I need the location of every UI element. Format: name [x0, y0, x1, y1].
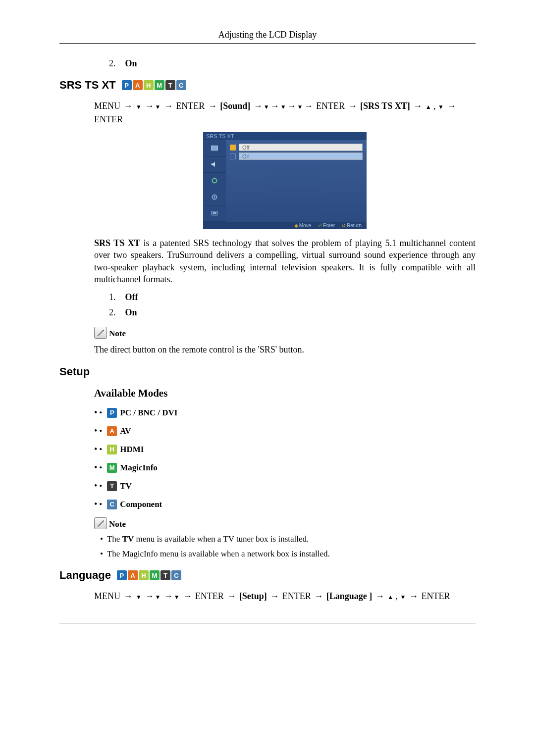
mode-item: •A AV	[94, 426, 476, 436]
down-icon	[280, 101, 286, 111]
mode-item: •P PC / BNC / DVI	[94, 407, 476, 418]
bullet-icon: •	[94, 407, 102, 418]
list-label: On	[125, 307, 137, 317]
note-text: The MagicInfo menu is available when a n…	[107, 549, 330, 559]
badge-strip-srs: PAHMTC	[122, 80, 186, 90]
down-icon	[136, 591, 142, 601]
path-language: [Language ]	[326, 591, 373, 601]
mode-item: •C Component	[94, 499, 476, 509]
badge-strip-lang: PAHMTC	[117, 570, 181, 580]
path-enter: ENTER	[421, 591, 450, 601]
down-icon	[174, 591, 180, 601]
mode-badge-a: A	[133, 80, 143, 90]
svg-point-2	[213, 179, 217, 183]
down-icon	[155, 591, 160, 601]
path-enter: ENTER	[176, 101, 205, 111]
path-sound: [Sound]	[220, 101, 250, 111]
note-bullets: • The TV menu is available when a TV tun…	[100, 534, 476, 559]
list-item-off: 1. Off	[109, 292, 476, 302]
list-item-on: 2. On	[109, 58, 476, 69]
section-title: SRS TS XT	[59, 79, 116, 92]
check-icon	[230, 153, 236, 159]
list-num: 2.	[109, 58, 118, 69]
osd-option-label: On	[239, 152, 363, 160]
osd-side-icon-picture	[203, 140, 226, 156]
mode-label: PC / BNC / DVI	[120, 408, 177, 418]
osd-side-icon-gear	[203, 189, 226, 205]
mode-badge-t: T	[107, 481, 117, 491]
osd-title: SRS TS XT	[203, 132, 367, 140]
section-heading-srs: SRS TS XT PAHMTC	[59, 79, 476, 92]
bullet-icon: •	[94, 481, 102, 491]
path-enter: ENTER	[94, 114, 123, 124]
osd-option-label: Off	[239, 144, 363, 151]
note-icon	[94, 327, 107, 339]
bullet-icon: •	[94, 426, 102, 436]
list-label: Off	[125, 292, 138, 302]
mode-badge-h: H	[139, 570, 149, 580]
down-icon	[400, 591, 406, 601]
path-menu: MENU	[94, 591, 120, 601]
bullet-icon: •	[94, 444, 102, 454]
path-srs: [SRS TS XT]	[360, 101, 410, 111]
note-bullet: • The TV menu is available when a TV tun…	[100, 534, 476, 544]
osd-footer: ◆Move ⏎Enter ↺Return	[203, 222, 367, 229]
path-setup: [Setup]	[239, 591, 267, 601]
menu-path-language: MENU → → → → ENTER → [Setup] → ENTER → […	[94, 590, 476, 603]
mode-label: HDMI	[120, 445, 144, 454]
osd-screenshot: SRS TS XT Off On ◆M	[203, 132, 367, 229]
osd-foot-enter: Enter	[323, 223, 335, 228]
note-heading: Note	[94, 327, 476, 339]
up-icon	[426, 101, 431, 111]
osd-foot-move: Move	[299, 223, 311, 228]
section-heading-language: Language PAHMTC	[59, 569, 476, 582]
mode-badge-m: M	[150, 570, 160, 580]
down-icon	[155, 101, 160, 111]
osd-option-off: Off	[230, 144, 363, 151]
bullet-icon: •	[94, 462, 102, 473]
svg-point-4	[214, 196, 215, 198]
modes-list: •P PC / BNC / DVI•A AV•H HDMI•M MagicInf…	[94, 407, 476, 509]
osd-foot-return: Return	[347, 223, 362, 228]
note-part: menu is available when a TV tuner box is…	[134, 534, 309, 544]
mode-item: •H HDMI	[94, 444, 476, 454]
mode-badge-c: C	[171, 570, 181, 580]
mode-badge-m: M	[155, 80, 164, 90]
note-label: Note	[109, 519, 126, 529]
path-enter: ENTER	[316, 101, 345, 111]
path-enter: ENTER	[195, 591, 224, 601]
mode-badge-h: H	[144, 80, 154, 90]
list-label: On	[125, 58, 137, 68]
available-modes-heading: Available Modes	[94, 387, 476, 400]
mode-badge-p: P	[117, 570, 127, 580]
list-num: 2.	[109, 307, 118, 318]
svg-rect-6	[213, 212, 216, 214]
osd-option-on: On	[230, 152, 363, 160]
page-header: Adjusting the LCD Display	[59, 30, 476, 40]
note-heading: Note	[94, 517, 476, 529]
down-icon	[438, 101, 444, 111]
mode-badge-p: P	[122, 80, 132, 90]
mode-badge-c: C	[107, 500, 117, 509]
down-icon	[136, 101, 142, 111]
osd-main: Off On	[226, 140, 367, 222]
desc-lead: SRS TS XT	[94, 238, 140, 248]
mode-item: •T TV	[94, 481, 476, 491]
svg-rect-0	[212, 146, 218, 151]
list-item-on: 2. On	[109, 307, 476, 318]
srs-description: SRS TS XT is a patented SRS technology t…	[94, 237, 476, 285]
footer-rule	[59, 623, 476, 623]
desc-body: is a patented SRS technology that solves…	[94, 238, 476, 284]
mode-badge-a: A	[107, 426, 117, 436]
mode-label: TV	[120, 481, 132, 491]
header-rule	[59, 43, 476, 44]
svg-marker-1	[212, 162, 215, 167]
osd-side-icon-sound	[203, 156, 226, 173]
mode-badge-t: T	[165, 80, 175, 90]
content-area: 2. On SRS TS XT PAHMTC MENU → → → ENTER …	[59, 58, 476, 603]
note-label: Note	[109, 329, 126, 339]
list-num: 1.	[109, 292, 118, 302]
note-text: The direct button on the remote control …	[94, 344, 476, 355]
note-part-bold: TV	[122, 534, 134, 544]
mode-badge-a: A	[128, 570, 138, 580]
